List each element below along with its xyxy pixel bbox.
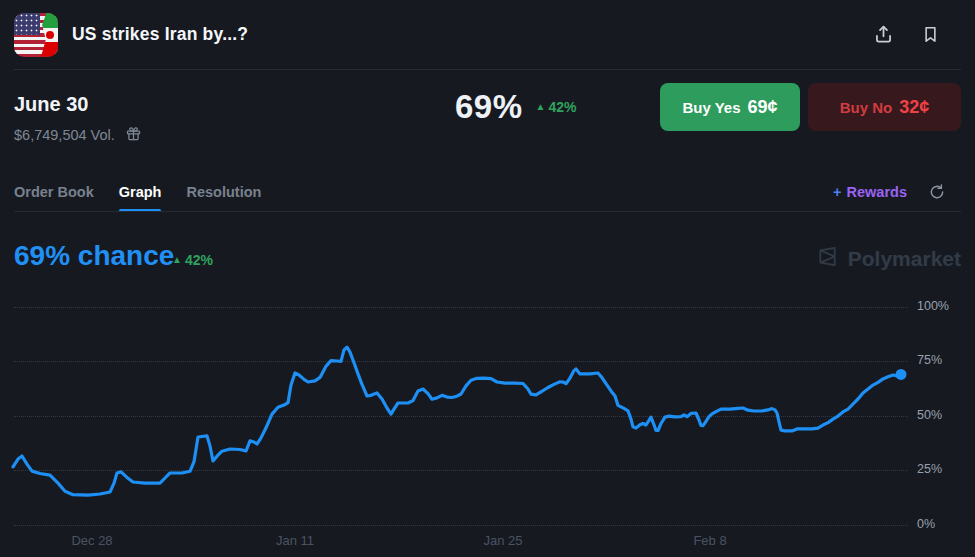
market-header: US strikes Iran by...? — [0, 0, 975, 69]
price-chart[interactable]: 0%25%50%75%100%Dec 28Jan 11Jan 25Feb 8 — [0, 290, 975, 557]
buy-yes-button[interactable]: Buy Yes 69¢ — [660, 83, 800, 131]
market-flag-icon — [14, 13, 58, 57]
current-price-dot — [896, 369, 907, 380]
buy-yes-price: 69¢ — [748, 97, 778, 118]
header-actions — [872, 24, 941, 46]
polymarket-logo-icon — [816, 245, 839, 273]
up-arrow-icon: ▲ — [172, 255, 182, 265]
buy-buttons: Buy Yes 69¢ Buy No 32¢ — [660, 83, 961, 131]
us-flag-canton — [14, 13, 40, 35]
volume-value: $6,749,504 Vol. — [14, 127, 115, 143]
market-date: June 30 — [14, 93, 88, 116]
polymarket-embed: US strikes Iran by...? June 30 $6,749,50… — [0, 0, 975, 557]
chance-change: ▲ 42% — [172, 252, 213, 268]
volume-row: $6,749,504 Vol. — [14, 125, 142, 145]
chance-value: 69% chance — [14, 240, 174, 272]
chart-line-layer — [0, 290, 975, 557]
tab-resolution[interactable]: Resolution — [186, 171, 261, 212]
iran-flag-half — [40, 13, 58, 57]
tab-bar-right: + Rewards — [833, 183, 961, 200]
tab-bar: Order Book Graph Resolution + Rewards — [0, 171, 975, 212]
up-arrow-icon: ▲ — [536, 102, 546, 112]
gift-icon[interactable] — [125, 125, 142, 145]
rewards-link[interactable]: + Rewards — [833, 184, 907, 200]
polymarket-watermark: Polymarket — [816, 245, 961, 273]
price-block: 69% ▲ 42% — [455, 88, 577, 126]
price-change-value: 42% — [548, 99, 576, 115]
polymarket-wordmark: Polymarket — [848, 247, 961, 271]
buy-no-button[interactable]: Buy No 32¢ — [808, 83, 961, 131]
market-summary-row: June 30 $6,749,504 Vol. 69% ▲ 42% Buy Ye… — [0, 70, 975, 162]
rewards-label: Rewards — [847, 184, 907, 200]
market-title: US strikes Iran by...? — [72, 24, 248, 45]
buy-no-label: Buy No — [840, 99, 893, 116]
tab-graph[interactable]: Graph — [119, 171, 162, 212]
bookmark-icon[interactable] — [919, 24, 941, 46]
tab-order-book[interactable]: Order Book — [14, 171, 94, 212]
plus-icon: + — [833, 184, 841, 200]
share-icon[interactable] — [872, 24, 894, 46]
buy-yes-label: Buy Yes — [682, 99, 740, 116]
chance-row: 69% chance ▲ 42% Polymarket — [0, 212, 975, 291]
buy-no-price: 32¢ — [899, 97, 929, 118]
price-line — [13, 347, 901, 495]
refresh-icon[interactable] — [928, 183, 945, 200]
price-change: ▲ 42% — [536, 99, 577, 115]
chance-change-value: 42% — [185, 252, 213, 268]
current-price: 69% — [455, 88, 523, 126]
